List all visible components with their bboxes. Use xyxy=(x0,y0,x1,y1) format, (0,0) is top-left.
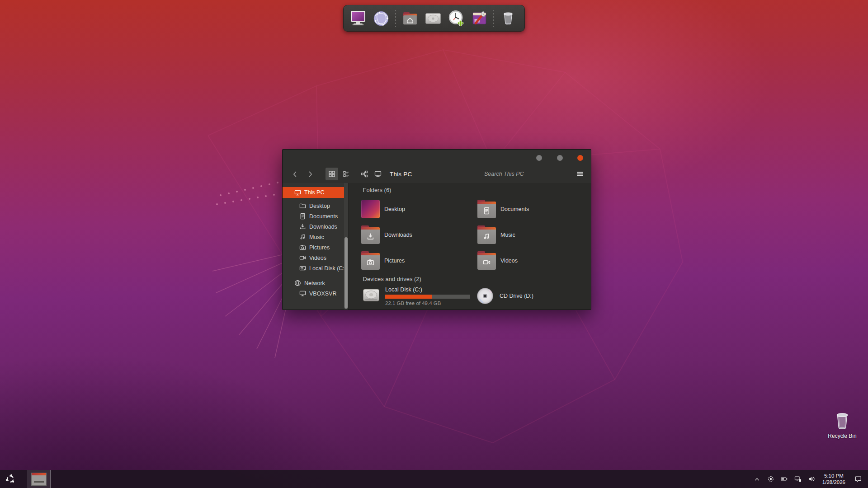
document-icon xyxy=(299,213,306,220)
disk-usage-text: 22.1 GB free of 49.4 GB xyxy=(385,300,470,306)
close-button[interactable] xyxy=(577,155,583,161)
ubuntu-logo-icon xyxy=(5,474,15,484)
minimize-button[interactable] xyxy=(536,155,542,161)
menu-button[interactable] xyxy=(575,169,585,179)
computer-view-button[interactable] xyxy=(372,168,384,180)
drive-item-local-disk[interactable]: Local Disk (C:) 22.1 GB free of 49.4 GB xyxy=(361,286,470,306)
music-icon xyxy=(299,234,306,240)
clock-time: 5:10 PM xyxy=(822,473,845,479)
action-center-icon xyxy=(854,475,862,483)
sidebar-scrollbar[interactable] xyxy=(344,183,348,310)
folder-item-downloads[interactable]: Downloads xyxy=(361,225,477,244)
screen-record-icon xyxy=(767,475,774,483)
system-tray: 5:10 PM 1/28/2026 xyxy=(752,470,868,488)
desktop-wallpaper-icon xyxy=(361,200,380,218)
hard-drive-icon xyxy=(424,9,443,28)
window-thumbnail xyxy=(31,473,47,486)
dock-separator xyxy=(394,9,397,28)
sidebar-item-this-pc[interactable]: This PC xyxy=(283,187,344,198)
folder-home-icon xyxy=(401,9,420,28)
folders-grid: Desktop Documents Downloads Music xyxy=(361,200,591,270)
sidebar-item-local-disk[interactable]: Local Disk (C:) xyxy=(283,263,348,273)
taskbar-clock[interactable]: 5:10 PM 1/28/2026 xyxy=(820,473,848,485)
clock-date: 1/28/2026 xyxy=(822,479,845,485)
folder-item-desktop[interactable]: Desktop xyxy=(361,200,477,218)
folder-item-pictures[interactable]: Pictures xyxy=(361,251,477,270)
dock-tweaks-button[interactable] xyxy=(469,8,489,29)
back-button[interactable] xyxy=(288,168,301,180)
video-icon xyxy=(299,254,306,261)
collapse-icon[interactable]: − xyxy=(355,187,359,193)
sidebar-item-documents[interactable]: Documents xyxy=(283,211,348,221)
dock-displays-button[interactable] xyxy=(348,8,368,29)
clock-plus-icon xyxy=(447,9,466,28)
dock-trash-button[interactable] xyxy=(498,8,518,29)
list-view-button[interactable] xyxy=(340,168,353,180)
tray-battery-button[interactable] xyxy=(779,470,790,488)
folders-section-header[interactable]: − Folders (6) xyxy=(355,187,391,193)
sidebar-item-music[interactable]: Music xyxy=(283,232,348,242)
tree-view-button[interactable] xyxy=(358,168,371,180)
desktop: This PC This PC Desktop Documents xyxy=(0,0,868,488)
action-center-button[interactable] xyxy=(853,470,863,488)
sidebar-item-vboxsvr[interactable]: VBOXSVR xyxy=(283,288,348,299)
sidebar-item-network[interactable]: Network xyxy=(283,278,348,288)
network-globe-icon xyxy=(294,280,301,286)
computer-icon xyxy=(294,189,301,196)
drive-item-cd[interactable]: CD Drive (D:) xyxy=(475,285,533,307)
battery-icon xyxy=(780,475,788,483)
folder-item-documents[interactable]: Documents xyxy=(477,200,591,218)
sidebar: This PC Desktop Documents Downloads Musi… xyxy=(283,183,349,310)
list-view-icon xyxy=(343,170,350,178)
folder-item-videos[interactable]: Videos xyxy=(477,251,591,270)
dock-clock-button[interactable] xyxy=(446,8,466,29)
tray-volume-button[interactable] xyxy=(806,470,817,488)
start-button[interactable] xyxy=(0,470,21,488)
trash-icon xyxy=(499,9,517,28)
globe-icon xyxy=(372,9,391,28)
sidebar-item-pictures[interactable]: Pictures xyxy=(283,242,348,253)
location-title: This PC xyxy=(390,171,412,178)
chevron-up-icon xyxy=(754,476,760,483)
monitor-icon xyxy=(374,170,382,178)
download-icon xyxy=(299,223,306,230)
sidebar-item-desktop[interactable]: Desktop xyxy=(283,201,348,211)
tray-network-button[interactable] xyxy=(793,470,803,488)
recycle-bin-label: Recycle Bin xyxy=(826,433,858,439)
folder-download-icon xyxy=(361,228,380,244)
devices-section-header[interactable]: − Devices and drives (2) xyxy=(355,276,421,282)
hard-drive-icon xyxy=(361,286,381,305)
maximize-button[interactable] xyxy=(557,155,563,161)
speaker-icon xyxy=(808,475,815,483)
grid-view-button[interactable] xyxy=(326,168,338,180)
disk-icon xyxy=(299,265,306,272)
dock-file-manager-button[interactable] xyxy=(400,8,420,29)
file-explorer-window: This PC This PC Desktop Documents xyxy=(282,149,591,310)
taskbar-item-explorer[interactable] xyxy=(27,470,51,488)
folder-video-icon xyxy=(477,253,496,270)
dock-separator xyxy=(492,9,495,28)
scrollbar-thumb[interactable] xyxy=(344,237,348,309)
tray-expand-button[interactable] xyxy=(752,470,763,488)
computer-icon xyxy=(299,290,306,297)
collapse-icon[interactable]: − xyxy=(355,276,359,282)
tray-screen-record-button[interactable] xyxy=(765,470,776,488)
forward-button[interactable] xyxy=(304,168,316,180)
desktop-icon-recycle-bin[interactable]: Recycle Bin xyxy=(826,410,858,439)
search-input[interactable] xyxy=(484,169,561,179)
folder-item-music[interactable]: Music xyxy=(477,225,591,244)
folder-document-icon xyxy=(477,202,496,218)
toolbar: This PC xyxy=(283,165,591,183)
monitor-icon xyxy=(349,9,368,28)
sidebar-item-videos[interactable]: Videos xyxy=(283,253,348,263)
sidebar-item-downloads[interactable]: Downloads xyxy=(283,221,348,232)
dock-disks-button[interactable] xyxy=(423,8,443,29)
hamburger-icon xyxy=(576,170,584,178)
titlebar[interactable] xyxy=(283,150,591,165)
folder-music-icon xyxy=(477,228,496,244)
grid-view-icon xyxy=(328,170,335,178)
window-wrench-icon xyxy=(470,9,489,28)
tree-view-icon xyxy=(361,170,368,178)
folder-icon xyxy=(299,202,306,209)
dock-network-button[interactable] xyxy=(371,8,391,29)
